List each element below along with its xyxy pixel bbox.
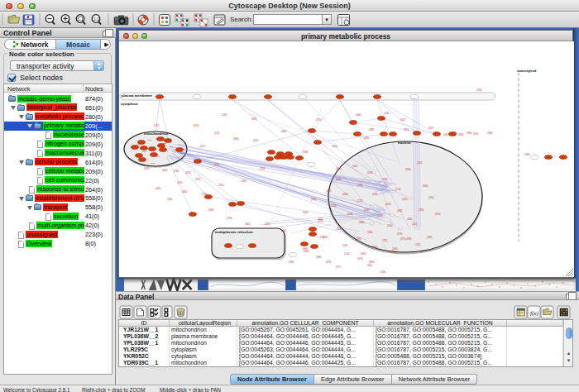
svg-text:(537): (537) <box>265 222 270 226</box>
svg-text:(451): (451) <box>443 133 449 136</box>
svg-text:(354): (354) <box>384 112 390 115</box>
svg-text:(637): (637) <box>428 127 434 130</box>
svg-text:(606): (606) <box>452 131 457 135</box>
svg-text:(679): (679) <box>397 232 403 236</box>
svg-text:(214): (214) <box>344 252 350 256</box>
svg-text:(733): (733) <box>195 178 201 181</box>
svg-text:(815): (815) <box>333 145 338 148</box>
svg-text:(977): (977) <box>336 265 342 269</box>
svg-text:(644): (644) <box>245 222 251 226</box>
svg-text:(576): (576) <box>319 236 325 239</box>
svg-text:(684): (684) <box>182 190 188 194</box>
svg-text:plasma membrane: plasma membrane <box>122 93 152 98</box>
svg-text:(285): (285) <box>185 171 191 174</box>
svg-text:(624): (624) <box>156 155 160 158</box>
svg-text:(563): (563) <box>304 250 309 253</box>
svg-text:(220): (220) <box>142 151 147 153</box>
svg-text:(875): (875) <box>151 162 156 165</box>
svg-text:(673): (673) <box>144 167 150 170</box>
svg-text:(664): (664) <box>359 221 365 224</box>
svg-text:(174): (174) <box>162 142 167 145</box>
svg-text:(829): (829) <box>251 117 257 121</box>
svg-text:(935): (935) <box>162 169 168 172</box>
svg-text:(504): (504) <box>336 178 342 181</box>
svg-text:(431): (431) <box>352 165 358 168</box>
svg-text:(673): (673) <box>326 261 332 264</box>
svg-text:(742): (742) <box>342 244 348 247</box>
svg-text:(670): (670) <box>435 213 441 216</box>
svg-text:(421): (421) <box>318 218 323 221</box>
svg-text:f(x): f(x) <box>530 310 538 317</box>
svg-text:(529): (529) <box>417 161 423 165</box>
svg-text:(996): (996) <box>467 131 472 135</box>
svg-text:(946): (946) <box>367 231 373 234</box>
svg-text:(160): (160) <box>336 227 342 231</box>
svg-text:(528): (528) <box>347 213 353 216</box>
svg-text:(349): (349) <box>524 153 530 156</box>
svg-text:(564): (564) <box>336 167 342 170</box>
svg-text:(196): (196) <box>372 193 378 196</box>
svg-text:(913): (913) <box>404 128 409 131</box>
svg-text:(975): (975) <box>400 237 406 241</box>
svg-text:(138): (138) <box>364 208 370 212</box>
svg-text:(677): (677) <box>200 145 206 148</box>
svg-text:(979): (979) <box>406 237 412 241</box>
svg-text:(608): (608) <box>208 208 214 212</box>
svg-text:(895): (895) <box>281 229 287 232</box>
svg-text:(310): (310) <box>167 198 173 201</box>
svg-text:(544): (544) <box>303 211 309 214</box>
svg-text:(183): (183) <box>476 88 482 92</box>
svg-text:(284): (284) <box>364 136 370 140</box>
svg-text:(163): (163) <box>390 251 396 254</box>
svg-text:(159): (159) <box>357 199 363 203</box>
svg-text:(328): (328) <box>356 237 361 241</box>
svg-text:(406): (406) <box>356 113 361 117</box>
svg-text:(745): (745) <box>382 239 388 242</box>
svg-text:(407): (407) <box>400 118 406 122</box>
svg-text:(474): (474) <box>402 198 408 201</box>
svg-text:(701): (701) <box>415 243 421 246</box>
svg-text:(171): (171) <box>377 214 383 218</box>
svg-text:(723): (723) <box>147 139 152 141</box>
svg-text:(199): (199) <box>260 167 266 170</box>
svg-text:(688): (688) <box>369 128 375 131</box>
svg-text:(150): (150) <box>428 196 434 199</box>
svg-text:(695): (695) <box>156 187 161 190</box>
svg-text:(696): (696) <box>311 198 317 201</box>
svg-text:(899): (899) <box>289 261 294 264</box>
svg-text:(220): (220) <box>214 131 220 135</box>
svg-text:mitochondrion: mitochondrion <box>144 131 169 136</box>
svg-text:(247): (247) <box>154 124 160 127</box>
svg-text:(236): (236) <box>380 270 386 274</box>
svg-text:(470): (470) <box>316 118 322 122</box>
svg-text:(690): (690) <box>361 252 366 256</box>
svg-text:(351): (351) <box>367 264 373 267</box>
svg-text:(873): (873) <box>357 257 363 261</box>
svg-text:(394): (394) <box>487 131 493 135</box>
svg-text:(846): (846) <box>458 133 464 136</box>
svg-text:(161): (161) <box>214 163 220 166</box>
svg-text:(534): (534) <box>387 224 393 227</box>
svg-text:(506): (506) <box>423 184 428 188</box>
svg-text:(766): (766) <box>382 178 388 181</box>
svg-text:(481): (481) <box>242 179 247 183</box>
svg-text:(268): (268) <box>136 144 141 146</box>
svg-text:endoplasmic reticulum: endoplasmic reticulum <box>215 230 253 234</box>
svg-text:(396): (396) <box>405 168 411 171</box>
svg-text:(174): (174) <box>395 188 401 191</box>
svg-text:cytoplasm: cytoplasm <box>121 102 138 106</box>
svg-text:(415): (415) <box>253 139 259 142</box>
svg-text:(254): (254) <box>367 171 373 174</box>
svg-text:(289): (289) <box>427 236 433 239</box>
svg-text:nucleus: nucleus <box>398 141 411 145</box>
svg-text:(940): (940) <box>326 189 332 193</box>
svg-text:(164): (164) <box>222 113 227 117</box>
svg-text:(986): (986) <box>316 256 322 259</box>
svg-text:(653): (653) <box>194 124 199 127</box>
svg-text:unassigned: unassigned <box>517 69 537 73</box>
svg-text:1:1: 1:1 <box>93 17 99 22</box>
svg-text:(696): (696) <box>372 246 378 249</box>
svg-text:(149): (149) <box>357 184 363 187</box>
svg-text:(619): (619) <box>385 203 391 206</box>
svg-text:(147): (147) <box>412 222 418 226</box>
